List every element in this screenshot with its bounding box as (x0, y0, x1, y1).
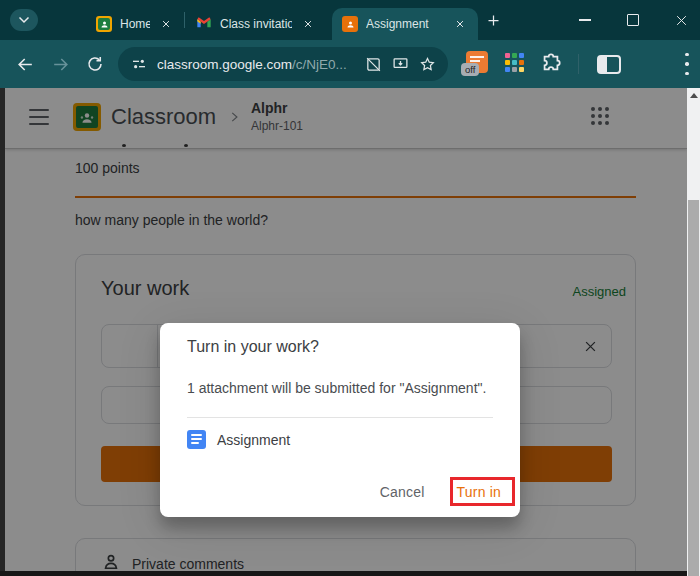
tab-home[interactable]: Home (86, 8, 184, 40)
tab-title: Class invitation (220, 17, 292, 31)
tab-search-button[interactable] (10, 9, 38, 31)
site-info-button[interactable] (130, 55, 148, 73)
install-app-button[interactable] (391, 55, 409, 73)
url-path: /c/NjE0... (292, 57, 347, 72)
url-text: classroom.google.com/c/NjE0... (157, 57, 355, 72)
tab-separator (184, 12, 185, 28)
extension-bento-button[interactable] (505, 53, 524, 72)
forward-button[interactable] (50, 54, 70, 74)
window-close-button[interactable] (667, 8, 695, 32)
tab-close-button[interactable] (452, 16, 468, 32)
tab-title: Assignment (366, 17, 444, 31)
back-button[interactable] (15, 54, 35, 74)
puzzle-icon (540, 52, 562, 74)
adblock-off-badge: off (461, 63, 479, 76)
window-maximize-button[interactable] (619, 8, 647, 32)
window-minimize-button[interactable] (571, 8, 599, 32)
tab-title: Home (120, 17, 150, 31)
scrollbar-thumb[interactable] (688, 200, 699, 576)
google-docs-icon (187, 430, 206, 449)
classroom-assignment-favicon-icon (342, 16, 358, 32)
annotation-highlight-box (450, 477, 515, 506)
arrow-left-icon (16, 55, 35, 74)
tab-close-button[interactable] (158, 16, 174, 32)
arrow-right-icon (51, 55, 70, 74)
browser-menu-button[interactable] (684, 53, 690, 75)
side-panel-button[interactable] (597, 55, 621, 74)
dialog-body: 1 attachment will be submitted for "Assi… (187, 380, 486, 396)
attachment-name: Assignment (217, 432, 290, 448)
minimize-icon (579, 19, 591, 21)
reload-button[interactable] (85, 54, 105, 74)
maximize-icon (627, 14, 639, 26)
tab-strip: Home Class invitation (0, 0, 700, 40)
dialog-divider (187, 417, 493, 418)
classroom-home-favicon-icon (96, 16, 112, 32)
new-tab-button[interactable] (483, 10, 503, 30)
scrollbar-up-button[interactable] (690, 93, 698, 98)
toolbar-separator (578, 54, 579, 74)
extensions-menu-button[interactable] (540, 52, 562, 74)
chevron-down-icon (18, 16, 30, 24)
bookmark-star-button[interactable] (418, 55, 436, 73)
tab-class-invitation[interactable]: Class invitation (186, 8, 326, 40)
tab-close-button[interactable] (300, 16, 316, 32)
gmail-icon (196, 16, 212, 32)
extension-adblock-button[interactable]: off (466, 51, 488, 73)
dialog-title: Turn in your work? (187, 338, 319, 356)
close-icon (675, 14, 688, 27)
url-domain: classroom.google.com (157, 57, 292, 72)
plus-icon (486, 13, 501, 28)
address-bar[interactable]: classroom.google.com/c/NjE0... (118, 47, 448, 81)
reload-icon (86, 55, 104, 73)
cancel-button[interactable]: Cancel (378, 482, 427, 502)
page-scrollbar[interactable] (687, 88, 700, 576)
translate-off-button[interactable] (364, 55, 382, 73)
browser-window: Home Class invitation (0, 0, 700, 576)
tab-assignment-active[interactable]: Assignment (332, 8, 478, 40)
